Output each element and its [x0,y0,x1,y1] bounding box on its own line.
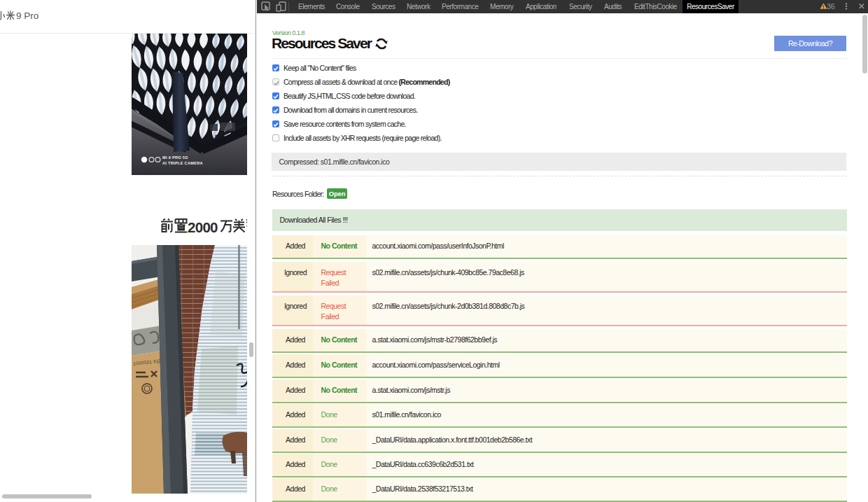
svg-text:MI 9 PRO 5G: MI 9 PRO 5G [162,155,188,160]
svg-text:AI TRIPLE CAMERA: AI TRIPLE CAMERA [162,161,203,165]
svg-text:36: 36 [827,2,835,11]
svg-text:9 Pro: 9 Pro [16,11,38,21]
svg-text:2000: 2000 [188,219,218,235]
